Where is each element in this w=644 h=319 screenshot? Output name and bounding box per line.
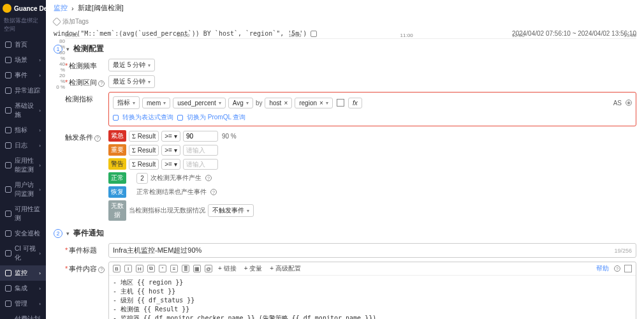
nodata-select[interactable]: 不触发事件▾	[208, 204, 254, 217]
op-select[interactable]: >=▾	[161, 145, 180, 156]
chev-icon: ›	[39, 187, 41, 193]
metric-field-select[interactable]: used_percent▾	[173, 98, 226, 108]
title-counter: 19/256	[614, 248, 632, 254]
as-button[interactable]: AS	[613, 100, 622, 107]
result-btn[interactable]: ΣResult	[129, 131, 159, 142]
thresh-jj-input[interactable]	[183, 131, 218, 142]
italic-icon[interactable]: I	[124, 265, 132, 272]
nav-track[interactable]: 异常追踪	[0, 83, 46, 98]
fx-button[interactable]: fx	[348, 98, 362, 108]
filter-icon[interactable]	[337, 99, 344, 107]
zc-times-input[interactable]: 2	[136, 173, 148, 184]
event-title-input[interactable]: Infra主机监控-MEM超过90% 19/256	[108, 243, 636, 258]
event-editor: B I H ⧉ " ≡ ≣ ▦ @ + 链接 + 变量 + 高级配置 帮助 ? …	[108, 262, 636, 319]
link-icon[interactable]: ⧉	[147, 265, 155, 272]
expand-icon[interactable]	[624, 265, 632, 272]
nav-integrate[interactable]: 集成›	[0, 281, 46, 296]
metric-agg-select[interactable]: Avg▾	[228, 98, 253, 108]
chart-plot	[65, 38, 636, 39]
nav-monitor[interactable]: 监控›	[0, 265, 46, 281]
swap-icon	[113, 115, 119, 121]
chev-icon: ›	[39, 251, 41, 256]
result-btn[interactable]: ΣResult	[129, 159, 159, 170]
op-select[interactable]: >=▾	[161, 159, 180, 170]
chev-icon: ›	[39, 271, 41, 276]
freq-select[interactable]: 最近 5 分钟▾	[108, 59, 155, 71]
infra-icon	[5, 107, 11, 114]
info-icon[interactable]: ?	[210, 189, 217, 195]
range-select[interactable]: 最近 5 分钟▾	[108, 75, 155, 88]
nav-apm[interactable]: 应用性能监测›	[0, 153, 46, 177]
apm-icon	[5, 162, 11, 168]
bold-icon[interactable]: B	[113, 265, 121, 272]
underline-icon[interactable]: H	[136, 265, 143, 272]
nav-rum[interactable]: 用户访问监测›	[0, 177, 46, 202]
nav-avail[interactable]: 可用性监测	[0, 202, 46, 226]
brand: Guance Demo	[0, 0, 46, 17]
chevron-down-icon: ▾	[148, 63, 150, 68]
promql-link[interactable]: 切换为 PromQL 查询	[187, 113, 245, 122]
chev-icon: ›	[39, 143, 41, 149]
metric-kind-select[interactable]: 指标▾	[113, 96, 140, 109]
quote-icon[interactable]: "	[159, 265, 166, 272]
insert-link-btn[interactable]: + 链接	[216, 264, 238, 273]
info-icon[interactable]: ?	[98, 80, 105, 87]
badge-critical: 紧急	[108, 130, 126, 142]
editor-content[interactable]: - 地区 {{ region }} - 主机 {{ host }} - 级别 {…	[109, 276, 636, 319]
nav-metric[interactable]: 指标›	[0, 122, 46, 138]
help-link[interactable]: 帮助	[596, 264, 609, 273]
chevron-down-icon: ▾	[148, 79, 150, 85]
main: 监控 › 新建[阈值检测] 添加Tags window("M::`mem`:(a…	[46, 0, 644, 319]
nav-admin[interactable]: 管理›	[0, 296, 46, 311]
row-metric: 检测指标 指标▾ mem▾ used_percent▾ Avg▾ by host…	[46, 90, 644, 128]
ul-icon[interactable]: ≡	[170, 265, 178, 272]
metric-by2-select[interactable]: region×▾	[295, 98, 333, 108]
row-range: *检测区间? 最近 5 分钟▾	[46, 73, 644, 90]
advanced-btn[interactable]: + 高级配置	[268, 264, 303, 273]
ci-icon	[5, 250, 11, 256]
eye-icon[interactable]: ◉	[626, 100, 632, 106]
ol-icon[interactable]: ≣	[182, 265, 189, 272]
thresh-jg-input[interactable]	[183, 159, 218, 170]
nav-ci[interactable]: CI 可视化›	[0, 241, 46, 265]
section-2-chev[interactable]: ▾	[66, 230, 70, 237]
chev-icon: ›	[39, 57, 41, 63]
thresh-wsj: 无数据 当检测指标出现无数据情况 不触发事件▾	[108, 200, 636, 221]
nav-log[interactable]: 日志›	[0, 138, 46, 153]
info-icon[interactable]: ?	[98, 267, 105, 273]
nav-sec[interactable]: 安全巡检	[0, 226, 46, 241]
row-cond: 触发条件? 紧急 ΣResult >=▾ 90 % 重要 ΣResult >=▾…	[46, 128, 644, 225]
int-icon	[5, 285, 11, 292]
nav-event[interactable]: 事件›	[0, 68, 46, 83]
at-icon[interactable]: @	[205, 265, 212, 272]
log-icon	[5, 142, 11, 149]
metric-box: 指标▾ mem▾ used_percent▾ Avg▾ by host× reg…	[108, 92, 636, 126]
result-btn[interactable]: ΣResult	[129, 145, 159, 156]
info-icon[interactable]: ?	[205, 175, 212, 181]
thresh-jg: 警告 ΣResult >=▾	[108, 158, 636, 170]
section-1-chev[interactable]: ▾	[66, 46, 70, 52]
nav-infra[interactable]: 基础设施›	[0, 98, 46, 122]
thresh-zy-input[interactable]	[183, 145, 218, 156]
track-icon	[5, 87, 11, 94]
brand-sub: 数据落盘绑定空间	[0, 17, 46, 37]
metric-meas-select[interactable]: mem▾	[142, 98, 170, 108]
info-icon[interactable]: ?	[94, 135, 101, 142]
metric-by1-select[interactable]: host×	[265, 98, 292, 108]
op-select[interactable]: >=▾	[161, 131, 180, 142]
help-icon[interactable]: ?	[614, 265, 620, 272]
crumb-back[interactable]: 监控	[54, 3, 68, 13]
nav-billing[interactable]: 付费计划与账单	[0, 311, 46, 319]
nav-home[interactable]: 首页	[0, 37, 46, 52]
image-icon[interactable]: ▦	[193, 265, 201, 272]
monitor-icon	[5, 270, 11, 276]
chev-icon: ›	[39, 108, 41, 114]
row-event-title: *事件标题 Infra主机监控-MEM超过90% 19/256	[46, 241, 644, 260]
expr-link[interactable]: 转换为表达式查询	[122, 113, 173, 122]
row-event-content: *事件内容? B I H ⧉ " ≡ ≣ ▦ @ + 链接 + 变量 + 高级配…	[46, 260, 644, 319]
rum-icon	[5, 186, 11, 193]
sidebar: Guance Demo 数据落盘绑定空间 首页 场景› 事件› 异常追踪 基础设…	[0, 0, 46, 319]
nav-scene[interactable]: 场景›	[0, 52, 46, 68]
insert-var-btn[interactable]: + 变量	[242, 264, 265, 273]
tags-row[interactable]: 添加Tags	[46, 16, 644, 30]
